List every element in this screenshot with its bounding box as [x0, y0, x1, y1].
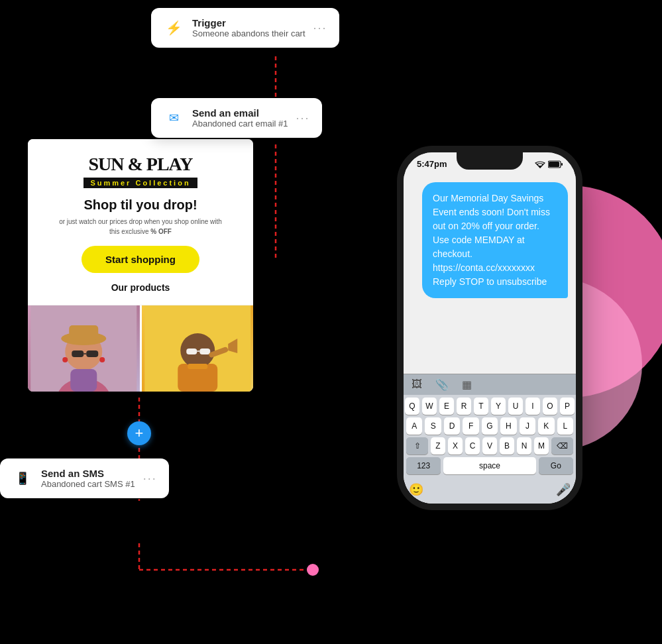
- chart-icon: ▦: [462, 378, 472, 391]
- connector-dot: [307, 564, 319, 576]
- key-h[interactable]: H: [500, 417, 516, 435]
- key-g[interactable]: G: [482, 417, 498, 435]
- key-x[interactable]: X: [448, 437, 463, 455]
- email-icon: ✉: [163, 107, 184, 129]
- email-headline: Shop til you drop!: [41, 197, 240, 213]
- keyboard-rows: Q W E R T Y U I O P A S D F G H: [404, 395, 576, 480]
- trigger-card-text: Trigger Someone abandons their cart: [192, 17, 305, 38]
- svg-rect-10: [69, 325, 98, 340]
- email-preview-header: SUN & PLAY Summer Collection Shop til yo…: [28, 139, 253, 305]
- svg-rect-28: [561, 163, 563, 166]
- keyboard-toolbar: 🖼 📎 ▦: [404, 374, 576, 395]
- key-space[interactable]: space: [443, 457, 535, 474]
- sms-card-title: Send an SMS: [41, 468, 135, 479]
- emoji-icon: 🖼: [412, 378, 422, 391]
- key-z[interactable]: Z: [431, 437, 445, 455]
- phone-mockup: 5:47pm Our Memorial Day Savings Event en…: [404, 152, 576, 504]
- email-product-images: [28, 305, 253, 392]
- svg-rect-27: [549, 162, 559, 167]
- key-e[interactable]: E: [439, 398, 454, 415]
- svg-rect-21: [199, 349, 210, 354]
- key-v[interactable]: V: [482, 437, 497, 455]
- key-f[interactable]: F: [463, 417, 478, 435]
- email-collection: Summer Collection: [83, 178, 197, 188]
- email-cta-button[interactable]: Start shopping: [82, 246, 199, 273]
- email-card: ✉ Send an email Abandoned cart email #1 …: [151, 98, 322, 138]
- sms-icon: 📱: [12, 468, 33, 489]
- product-image-2: [142, 305, 254, 392]
- trigger-title: Trigger: [192, 17, 305, 28]
- key-s[interactable]: S: [425, 417, 441, 435]
- key-b[interactable]: B: [500, 437, 514, 455]
- sms-card-text: Send an SMS Abandoned cart SMS #1: [41, 468, 135, 489]
- key-p[interactable]: P: [560, 398, 575, 415]
- key-backspace[interactable]: ⌫: [551, 437, 573, 455]
- key-j[interactable]: J: [520, 417, 535, 435]
- sms-card-subtitle: Abandoned cart SMS #1: [41, 479, 135, 489]
- battery-icon: [548, 160, 563, 168]
- phone-notch: [457, 152, 523, 170]
- email-subtext: or just watch our prices drop when you s…: [41, 217, 240, 237]
- trigger-subtitle: Someone abandons their cart: [192, 28, 305, 38]
- key-u[interactable]: U: [508, 398, 523, 415]
- key-l[interactable]: L: [557, 417, 573, 435]
- keyboard-row-3: ⇧ Z X C V B N M ⌫: [406, 437, 573, 455]
- key-w[interactable]: W: [422, 398, 437, 415]
- email-products-label: Our products: [41, 282, 240, 293]
- key-y[interactable]: Y: [491, 398, 506, 415]
- phone-time: 5:47pm: [417, 159, 447, 169]
- key-shift[interactable]: ⇧: [406, 437, 428, 455]
- key-m[interactable]: M: [534, 437, 549, 455]
- email-brand: SUN & PLAY: [41, 154, 240, 175]
- keyboard-row-1: Q W E R T Y U I O P: [406, 398, 573, 415]
- key-i[interactable]: I: [525, 398, 540, 415]
- sms-card: 📱 Send an SMS Abandoned cart SMS #1 ···: [0, 458, 169, 498]
- add-step-button[interactable]: +: [127, 421, 151, 445]
- key-r[interactable]: R: [457, 398, 471, 415]
- key-123[interactable]: 123: [406, 457, 441, 474]
- key-k[interactable]: K: [538, 417, 554, 435]
- email-menu-dots[interactable]: ···: [296, 111, 310, 125]
- mic-icon[interactable]: 🎤: [556, 482, 571, 497]
- sms-bubble-area: Our Memorial Day Savings Event ends soon…: [404, 172, 576, 374]
- email-card-subtitle: Abandoned cart email #1: [192, 119, 288, 129]
- trigger-icon: ⚡: [163, 17, 184, 38]
- svg-rect-20: [186, 349, 197, 354]
- key-q[interactable]: Q: [405, 398, 419, 415]
- wifi-icon: [535, 160, 545, 168]
- svg-rect-11: [72, 350, 83, 357]
- keyboard-row-2: A S D F G H J K L: [406, 417, 573, 435]
- phone-home-row: 🙂 🎤: [404, 480, 576, 504]
- product-image-1: [28, 305, 140, 392]
- email-card-text: Send an email Abandoned cart email #1: [192, 107, 288, 129]
- svg-rect-25: [188, 364, 207, 369]
- svg-rect-16: [70, 369, 97, 392]
- svg-rect-12: [86, 350, 98, 357]
- email-preview: SUN & PLAY Summer Collection Shop til yo…: [28, 139, 253, 392]
- key-d[interactable]: D: [444, 417, 460, 435]
- key-go[interactable]: Go: [539, 457, 573, 474]
- key-c[interactable]: C: [465, 437, 480, 455]
- keyboard-row-bottom: 123 space Go: [406, 457, 573, 474]
- key-t[interactable]: T: [474, 398, 488, 415]
- key-o[interactable]: O: [543, 398, 557, 415]
- keyboard-area: 🖼 📎 ▦ Q W E R T Y U I O P A: [404, 374, 576, 504]
- sms-menu-dots[interactable]: ···: [143, 472, 157, 486]
- trigger-card: ⚡ Trigger Someone abandons their cart ··…: [151, 8, 339, 48]
- svg-point-15: [99, 357, 105, 362]
- phone-screen: Our Memorial Day Savings Event ends soon…: [404, 172, 576, 504]
- trigger-menu-dots[interactable]: ···: [313, 21, 327, 35]
- key-a[interactable]: A: [406, 417, 422, 435]
- attach-icon: 📎: [435, 378, 449, 391]
- key-n[interactable]: N: [517, 437, 531, 455]
- sms-bubble: Our Memorial Day Savings Event ends soon…: [422, 182, 568, 298]
- phone-status-icons: [535, 160, 563, 168]
- emoji-key-icon[interactable]: 🙂: [409, 482, 423, 497]
- svg-point-14: [62, 357, 68, 362]
- email-card-title: Send an email: [192, 107, 288, 119]
